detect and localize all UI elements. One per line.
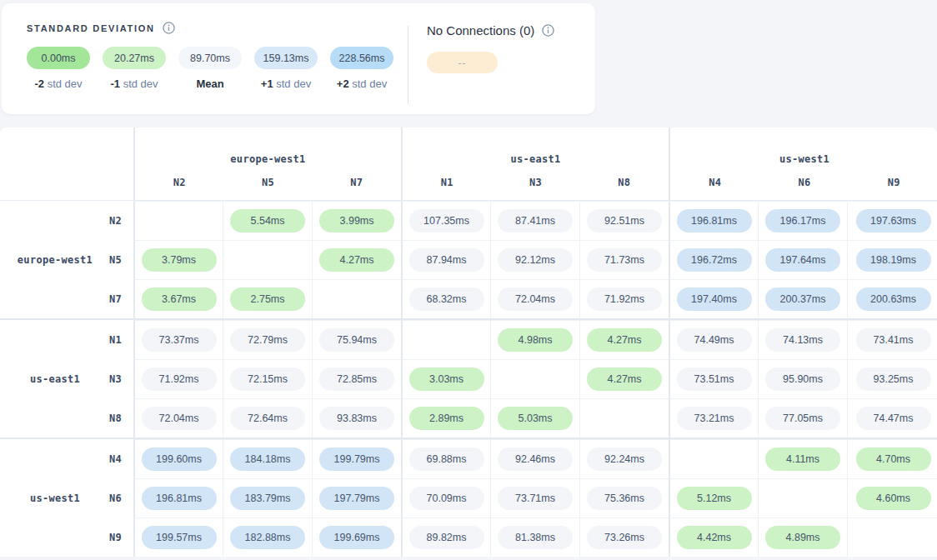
legend-pill-label: -1 std dev bbox=[103, 78, 166, 90]
latency-cell: 95.90ms bbox=[758, 359, 847, 398]
latency-pill[interactable]: 92.24ms bbox=[587, 448, 662, 471]
latency-pill[interactable]: 75.36ms bbox=[587, 487, 662, 510]
std-dev-pills: 0.00ms20.27ms89.70ms159.13ms228.56ms bbox=[27, 47, 393, 69]
latency-cell: 197.64ms bbox=[758, 240, 847, 279]
latency-cell: 107.35ms bbox=[401, 201, 490, 240]
latency-cell: 92.46ms bbox=[490, 439, 579, 478]
latency-pill[interactable]: 74.49ms bbox=[677, 328, 752, 352]
latency-pill[interactable]: 200.63ms bbox=[856, 288, 931, 311]
latency-pill[interactable]: 89.82ms bbox=[409, 526, 484, 549]
latency-pill[interactable]: 107.35ms bbox=[409, 209, 484, 232]
latency-pill[interactable]: 92.12ms bbox=[498, 248, 573, 272]
info-icon[interactable] bbox=[163, 22, 175, 34]
latency-pill[interactable]: 87.94ms bbox=[409, 248, 484, 272]
latency-pill[interactable]: 4.27ms bbox=[319, 248, 394, 272]
latency-pill[interactable]: 93.25ms bbox=[856, 368, 931, 391]
latency-pill[interactable]: 81.38ms bbox=[498, 526, 573, 549]
latency-pill[interactable]: 74.47ms bbox=[856, 407, 931, 430]
latency-pill[interactable]: 197.79ms bbox=[319, 487, 394, 510]
latency-pill[interactable]: 93.83ms bbox=[319, 407, 394, 430]
latency-pill[interactable]: 95.90ms bbox=[765, 368, 840, 391]
latency-cell: 81.38ms bbox=[490, 518, 579, 557]
latency-pill[interactable]: 74.13ms bbox=[765, 328, 840, 352]
latency-pill[interactable]: 196.17ms bbox=[765, 209, 840, 232]
latency-pill[interactable]: 4.27ms bbox=[587, 328, 662, 352]
latency-cell: 72.85ms bbox=[312, 359, 401, 398]
column-header-N8: N8 bbox=[580, 177, 669, 188]
latency-pill[interactable]: 87.41ms bbox=[498, 209, 573, 232]
latency-pill[interactable]: 72.64ms bbox=[230, 407, 305, 430]
latency-cell: 70.09ms bbox=[401, 478, 490, 518]
latency-cell: 73.26ms bbox=[579, 518, 669, 557]
latency-pill[interactable]: 199.60ms bbox=[142, 448, 217, 471]
latency-pill[interactable]: 3.99ms bbox=[319, 209, 394, 232]
latency-pill[interactable]: 71.92ms bbox=[142, 368, 217, 391]
latency-pill[interactable]: 3.03ms bbox=[409, 368, 484, 391]
latency-pill[interactable]: 197.63ms bbox=[856, 209, 931, 232]
legend-card: STANDARD DEVIATION 0.00ms20.27ms89.70ms1… bbox=[2, 3, 595, 114]
latency-cell: 3.03ms bbox=[401, 359, 490, 398]
latency-pill[interactable]: 196.81ms bbox=[142, 487, 217, 510]
latency-pill[interactable]: 73.26ms bbox=[587, 526, 662, 549]
latency-pill[interactable]: 2.75ms bbox=[230, 288, 305, 311]
latency-cell: 198.19ms bbox=[847, 240, 937, 279]
latency-pill[interactable]: 73.37ms bbox=[142, 328, 217, 352]
latency-pill[interactable]: 4.42ms bbox=[677, 526, 752, 549]
latency-pill[interactable]: 199.79ms bbox=[319, 448, 394, 471]
latency-pill[interactable]: 72.04ms bbox=[142, 407, 217, 430]
latency-pill[interactable]: 198.19ms bbox=[856, 248, 931, 272]
latency-pill[interactable]: 72.15ms bbox=[230, 368, 305, 391]
latency-pill[interactable]: 3.79ms bbox=[142, 248, 217, 272]
latency-pill[interactable]: 71.92ms bbox=[587, 288, 662, 311]
latency-pill[interactable]: 5.54ms bbox=[230, 209, 305, 232]
latency-pill[interactable]: 72.04ms bbox=[498, 288, 573, 311]
latency-pill[interactable]: 4.27ms bbox=[587, 368, 662, 391]
latency-pill[interactable]: 73.51ms bbox=[677, 368, 752, 391]
latency-pill[interactable]: 68.32ms bbox=[409, 288, 484, 311]
latency-pill[interactable]: 199.69ms bbox=[319, 526, 394, 549]
latency-pill[interactable]: 4.89ms bbox=[765, 526, 840, 549]
latency-pill[interactable]: 73.21ms bbox=[677, 407, 752, 430]
column-region-label: europe-west1 bbox=[135, 153, 401, 165]
latency-pill[interactable]: 72.79ms bbox=[230, 328, 305, 352]
latency-pill[interactable]: 3.67ms bbox=[142, 288, 217, 311]
latency-pill[interactable]: 199.57ms bbox=[142, 526, 217, 549]
latency-cell: 200.37ms bbox=[758, 279, 847, 318]
latency-pill[interactable]: 69.88ms bbox=[409, 448, 484, 471]
latency-pill[interactable]: 182.88ms bbox=[230, 526, 305, 549]
latency-pill[interactable]: 92.46ms bbox=[498, 448, 573, 471]
latency-pill[interactable]: 77.05ms bbox=[765, 407, 840, 430]
std-dev-title: STANDARD DEVIATION bbox=[27, 23, 155, 33]
latency-pill[interactable]: 92.51ms bbox=[587, 209, 662, 232]
column-header-N5: N5 bbox=[223, 177, 312, 188]
latency-cell: 74.47ms bbox=[847, 398, 937, 438]
latency-pill[interactable]: 71.73ms bbox=[587, 248, 662, 272]
latency-pill[interactable]: 183.79ms bbox=[230, 487, 305, 510]
latency-pill[interactable]: 75.94ms bbox=[319, 328, 394, 352]
latency-pill[interactable]: 5.12ms bbox=[677, 487, 752, 510]
latency-pill[interactable]: 4.60ms bbox=[856, 487, 931, 510]
latency-pill[interactable]: 5.03ms bbox=[498, 407, 573, 430]
column-header-N1: N1 bbox=[403, 177, 491, 188]
latency-cell: 2.75ms bbox=[223, 279, 312, 318]
latency-cell bbox=[133, 201, 223, 240]
latency-cell: 73.71ms bbox=[490, 478, 579, 518]
latency-pill[interactable]: 4.98ms bbox=[498, 328, 573, 352]
latency-pill[interactable]: 197.40ms bbox=[677, 288, 752, 311]
latency-pill[interactable]: 196.81ms bbox=[677, 209, 752, 232]
latency-pill[interactable]: 197.64ms bbox=[765, 248, 840, 272]
latency-pill[interactable]: 184.18ms bbox=[230, 448, 305, 471]
latency-cell: 72.79ms bbox=[223, 320, 312, 359]
row-header-N9: N9 bbox=[0, 518, 133, 557]
latency-pill[interactable]: 2.89ms bbox=[409, 407, 484, 430]
latency-pill[interactable]: 4.11ms bbox=[765, 448, 840, 471]
latency-pill[interactable]: 4.70ms bbox=[856, 448, 931, 471]
info-icon[interactable] bbox=[542, 24, 554, 37]
latency-pill[interactable]: 73.71ms bbox=[498, 487, 573, 510]
latency-pill[interactable]: 196.72ms bbox=[677, 248, 752, 272]
latency-pill[interactable]: 70.09ms bbox=[409, 487, 484, 510]
latency-pill[interactable]: 73.41ms bbox=[856, 328, 931, 352]
column-node-row: N1N3N8 bbox=[403, 177, 669, 188]
latency-pill[interactable]: 200.37ms bbox=[765, 288, 840, 311]
latency-pill[interactable]: 72.85ms bbox=[319, 368, 394, 391]
